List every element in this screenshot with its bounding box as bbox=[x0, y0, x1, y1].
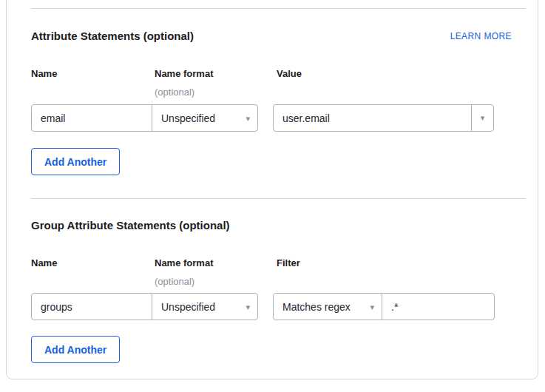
group-filter-type-select[interactable]: Matches regex ▾ bbox=[273, 293, 382, 320]
section-divider bbox=[31, 198, 526, 199]
chevron-down-icon: ▾ bbox=[246, 303, 250, 311]
column-header-name: Name bbox=[31, 68, 57, 79]
attribute-name-format-value: Unspecified bbox=[161, 112, 215, 124]
section-divider bbox=[31, 8, 526, 9]
chevron-down-icon: ▾ bbox=[481, 114, 485, 122]
attribute-name-input[interactable] bbox=[31, 104, 152, 132]
group-filter-type-value: Matches regex bbox=[282, 301, 351, 313]
saml-settings-card: Attribute Statements (optional) LEARN MO… bbox=[6, 0, 538, 379]
group-attribute-statements-title: Group Attribute Statements (optional) bbox=[31, 219, 230, 232]
group-name-format-select[interactable]: Unspecified ▾ bbox=[152, 293, 258, 320]
add-another-attribute-button[interactable]: Add Another bbox=[31, 148, 120, 175]
column-header-name-format: Name format bbox=[155, 257, 213, 268]
column-header-optional-note: (optional) bbox=[155, 276, 194, 287]
learn-more-link[interactable]: LEARN MORE bbox=[450, 31, 512, 41]
chevron-down-icon: ▾ bbox=[370, 303, 374, 311]
group-name-format-value: Unspecified bbox=[161, 301, 215, 313]
group-attribute-name-input[interactable] bbox=[31, 293, 152, 320]
column-header-optional-note: (optional) bbox=[155, 87, 194, 98]
attribute-statements-title: Attribute Statements (optional) bbox=[31, 30, 194, 42]
add-another-group-attribute-button[interactable]: Add Another bbox=[31, 336, 120, 363]
column-header-value: Value bbox=[277, 68, 302, 79]
column-header-filter: Filter bbox=[277, 257, 300, 268]
attribute-name-format-select[interactable]: Unspecified ▾ bbox=[152, 104, 258, 132]
column-header-name-format: Name format bbox=[155, 68, 213, 79]
attribute-value-dropdown-toggle[interactable]: ▾ bbox=[471, 104, 494, 132]
attribute-value-input[interactable] bbox=[273, 104, 472, 132]
column-header-name: Name bbox=[31, 257, 57, 268]
chevron-down-icon: ▾ bbox=[246, 114, 250, 122]
group-filter-value-input[interactable] bbox=[382, 293, 495, 320]
